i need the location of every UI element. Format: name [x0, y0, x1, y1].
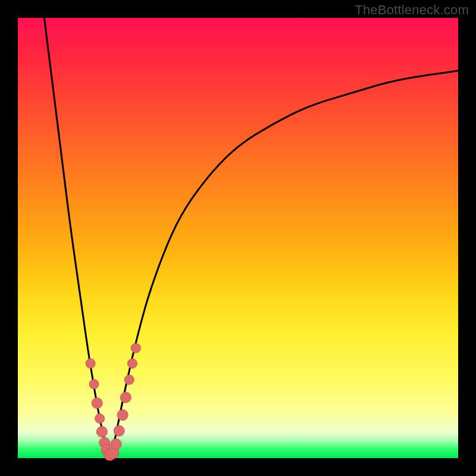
sample-point	[127, 359, 137, 368]
sample-point	[114, 425, 124, 436]
sample-point	[117, 409, 128, 420]
sample-point	[95, 414, 105, 423]
sample-point	[124, 375, 134, 384]
curve-left-branch	[44, 18, 110, 458]
watermark-text: TheBottleneck.com	[355, 2, 469, 18]
sample-point	[111, 439, 121, 449]
bottleneck-curve	[18, 18, 458, 458]
sample-point	[86, 359, 95, 368]
sample-point	[131, 343, 140, 353]
chart-frame: TheBottleneck.com	[0, 0, 476, 476]
sample-point	[92, 398, 102, 409]
plot-area	[18, 18, 458, 458]
sample-point	[120, 392, 131, 403]
sample-point	[89, 380, 99, 389]
curve-right-branch	[110, 71, 458, 458]
sample-point	[96, 427, 107, 437]
